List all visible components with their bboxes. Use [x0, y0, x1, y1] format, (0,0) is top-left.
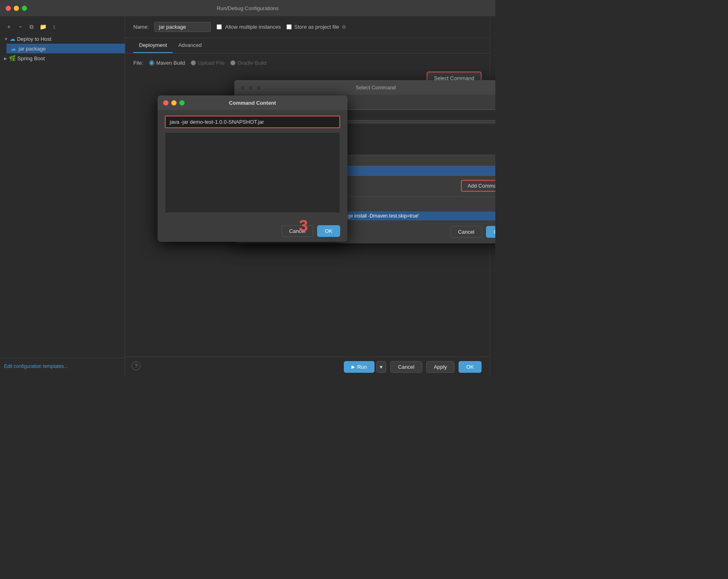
- add-command-button[interactable]: Add Command: [461, 180, 495, 192]
- chevron-down-icon: ▼: [4, 37, 8, 41]
- select-command-ok-button[interactable]: OK: [486, 226, 495, 238]
- cloud-icon: ☁: [10, 36, 15, 42]
- command-content-textarea[interactable]: [165, 132, 340, 213]
- sort-button[interactable]: ↕: [49, 22, 59, 32]
- run-button[interactable]: ▶ Run: [344, 361, 375, 373]
- command-content-cancel-button[interactable]: Cancel: [282, 225, 313, 237]
- cmd-window-controls: [163, 100, 185, 106]
- spring-group-label: Spring Boot: [17, 55, 45, 61]
- deploy-group-header[interactable]: ▼ ☁ Deploy to Host: [0, 34, 125, 44]
- file-row: File: Maven Build Upload File Gradle Bui…: [133, 60, 482, 66]
- sidebar-tree: ▼ ☁ Deploy to Host ☁ jar package ▶ 🌿 Spr…: [0, 34, 125, 358]
- title-bar: Run/Debug Configurations: [0, 0, 495, 16]
- dialog-maximize-dot[interactable]: [256, 85, 261, 90]
- tab-deployment[interactable]: Deployment: [133, 38, 173, 53]
- apply-button[interactable]: Apply: [426, 361, 455, 373]
- command-content-ok-button[interactable]: OK: [317, 225, 340, 237]
- tree-group-spring: ▶ 🌿 Spring Boot: [0, 53, 125, 63]
- tree-group-deploy: ▼ ☁ Deploy to Host ☁ jar package: [0, 34, 125, 53]
- minimize-button[interactable]: [14, 6, 19, 11]
- edit-templates-link[interactable]: Edit configuration templates...: [4, 363, 68, 369]
- file-label: File:: [133, 60, 143, 66]
- new-folder-button[interactable]: 📁: [38, 22, 48, 32]
- sidebar-item-jar-package[interactable]: ☁ jar package: [6, 44, 125, 53]
- store-project-label: Store as project file: [294, 24, 339, 30]
- store-project-group: Store as project file ⚙: [286, 24, 346, 30]
- remove-config-button[interactable]: −: [15, 22, 25, 32]
- dialog-close-dot[interactable]: [240, 85, 245, 90]
- sidebar-footer: Edit configuration templates...: [0, 358, 125, 374]
- content-bottom: ▶ Run ▾ Cancel Apply OK: [125, 357, 490, 377]
- allow-multiple-group: Allow multiple instances: [217, 24, 281, 30]
- command-content-input[interactable]: [165, 116, 340, 128]
- select-command-cancel-button[interactable]: Cancel: [450, 226, 482, 238]
- content-area: Name: Allow multiple instances Store as …: [125, 16, 490, 377]
- help-button[interactable]: ?: [132, 361, 141, 370]
- config-name-input[interactable]: [154, 22, 211, 32]
- chevron-right-icon: ▶: [4, 56, 7, 61]
- deploy-group-label: Deploy to Host: [17, 36, 51, 42]
- maven-build-radio[interactable]: [149, 60, 154, 66]
- run-icon: ▶: [351, 364, 355, 370]
- add-config-button[interactable]: +: [4, 22, 14, 32]
- command-content-body: [158, 110, 347, 220]
- spring-group-header[interactable]: ▶ 🌿 Spring Boot: [0, 53, 125, 63]
- tab-advanced[interactable]: Advanced: [173, 38, 207, 53]
- maximize-button[interactable]: [22, 6, 27, 11]
- command-content-dialog: Command Content Cancel OK 3: [158, 95, 347, 242]
- cancel-button[interactable]: Cancel: [390, 361, 422, 373]
- upload-file-option[interactable]: Upload File: [191, 60, 225, 66]
- cloud-icon-small: ☁: [11, 45, 16, 52]
- run-dropdown-button[interactable]: ▾: [376, 361, 386, 373]
- config-header: Name: Allow multiple instances Store as …: [125, 16, 490, 38]
- select-command-titlebar: Select Command: [234, 80, 495, 95]
- cmd-maximize-dot[interactable]: [179, 100, 185, 106]
- cmd-close-dot[interactable]: [163, 100, 168, 106]
- window-controls: [6, 6, 27, 11]
- gradle-build-option[interactable]: Gradle Build: [230, 60, 267, 66]
- close-button[interactable]: [6, 6, 11, 11]
- copy-config-button[interactable]: ⧉: [27, 22, 36, 32]
- command-content-footer: Cancel OK: [158, 220, 347, 242]
- command-content-title: Command Content: [229, 100, 276, 106]
- cmd-minimize-dot[interactable]: [171, 100, 177, 106]
- gear-icon: ⚙: [342, 24, 346, 30]
- maven-build-option[interactable]: Maven Build: [149, 60, 185, 66]
- sidebar-toolbar: + − ⧉ 📁 ↕: [0, 19, 125, 34]
- select-command-title: Select Command: [356, 85, 396, 91]
- upload-file-radio[interactable]: [191, 60, 196, 66]
- window-title: Run/Debug Configurations: [217, 5, 278, 11]
- config-tabs: Deployment Advanced: [125, 38, 490, 53]
- sidebar: + − ⧉ 📁 ↕ ▼ ☁ Deploy to Host ☁ jar packa…: [0, 16, 125, 377]
- command-content-titlebar: Command Content: [158, 95, 347, 110]
- dialog-minimize-dot[interactable]: [248, 85, 253, 90]
- gradle-build-radio[interactable]: [230, 60, 236, 66]
- jar-package-label: jar package: [19, 46, 46, 52]
- allow-multiple-checkbox[interactable]: [217, 24, 222, 30]
- dialog-window-controls: [240, 85, 261, 90]
- ok-button[interactable]: OK: [459, 361, 482, 373]
- question-icon: ?: [132, 361, 141, 370]
- allow-multiple-label: Allow multiple instances: [225, 24, 281, 30]
- store-project-checkbox[interactable]: [286, 24, 292, 30]
- name-label: Name:: [133, 24, 149, 30]
- spring-icon: 🌿: [9, 55, 16, 61]
